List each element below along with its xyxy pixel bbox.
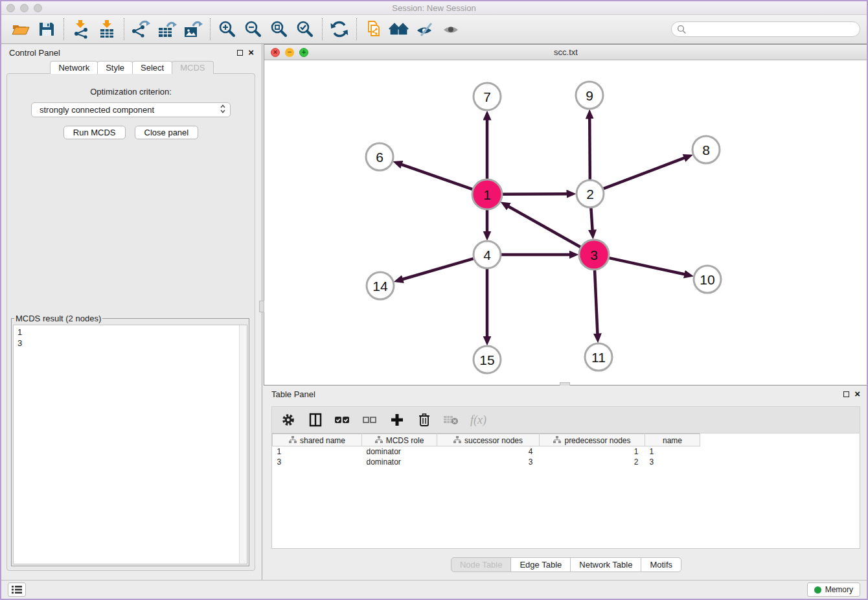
zoom-out-button[interactable] xyxy=(240,17,266,41)
tab-mcds[interactable]: MCDS xyxy=(172,61,213,74)
network-canvas[interactable]: 1234678910111415 xyxy=(264,60,867,385)
table-cell[interactable]: 3 xyxy=(437,457,540,467)
close-panel-button[interactable]: Close panel xyxy=(135,126,199,139)
new-network-from-selection-button[interactable] xyxy=(361,17,387,41)
minimize-network-icon[interactable]: − xyxy=(285,48,294,57)
table-settings-button[interactable] xyxy=(280,411,297,428)
export-image-button[interactable] xyxy=(180,17,206,41)
delete-table-button[interactable] xyxy=(443,411,460,428)
column-type-icon xyxy=(289,436,297,443)
graph-edge-2-3[interactable] xyxy=(591,208,592,231)
float-table-panel-icon[interactable] xyxy=(843,391,849,397)
graph-node-11[interactable]: 11 xyxy=(585,343,612,371)
graph-node-10[interactable]: 10 xyxy=(694,266,721,293)
table-cell[interactable]: dominator xyxy=(362,446,437,457)
show-all-button[interactable] xyxy=(439,17,464,41)
table-cell[interactable]: dominator xyxy=(362,457,437,467)
graph-node-3[interactable]: 3 xyxy=(579,240,609,270)
close-table-panel-icon[interactable]: × xyxy=(854,391,860,397)
table-cell[interactable]: 1 xyxy=(273,446,362,457)
network-graph[interactable]: 1234678910111415 xyxy=(264,60,867,385)
column-header-predecessor-nodes[interactable]: predecessor nodes xyxy=(540,434,645,446)
criterion-select[interactable]: strongly connected component xyxy=(31,102,231,117)
create-column-button[interactable] xyxy=(389,411,405,428)
table-cell[interactable]: 2 xyxy=(540,457,645,467)
column-header-successor-nodes[interactable]: successor nodes xyxy=(437,434,540,446)
result-scrollbar[interactable] xyxy=(239,325,247,564)
graph-node-2[interactable]: 2 xyxy=(577,180,604,207)
table-cell[interactable]: 1 xyxy=(645,446,700,457)
close-panel-icon[interactable]: × xyxy=(248,49,254,56)
plus-icon xyxy=(390,413,404,427)
zoom-in-button[interactable] xyxy=(214,17,240,41)
graph-node-label: 14 xyxy=(372,279,388,294)
graph-edge-1-6[interactable] xyxy=(401,165,472,190)
graph-node-4[interactable]: 4 xyxy=(474,241,501,268)
table-row[interactable]: 1dominator411 xyxy=(273,446,700,457)
graph-node-7[interactable]: 7 xyxy=(474,83,501,110)
open-folder-icon xyxy=(11,20,30,38)
tab-network[interactable]: Network xyxy=(50,61,98,74)
graph-edge-3-10[interactable] xyxy=(609,258,685,274)
zoom-selected-button[interactable] xyxy=(292,17,318,41)
graph-edge-4-14[interactable] xyxy=(402,259,474,279)
graph-edge-3-11[interactable] xyxy=(595,270,597,334)
graph-node-9[interactable]: 9 xyxy=(576,82,603,109)
apply-layout-button[interactable] xyxy=(326,17,352,41)
search-input[interactable] xyxy=(687,25,854,34)
main-toolbar xyxy=(1,15,867,44)
delete-column-button[interactable] xyxy=(416,411,433,428)
tab-edge-table[interactable]: Edge Table xyxy=(510,557,571,572)
task-history-button[interactable] xyxy=(8,583,26,597)
import-table-icon xyxy=(97,19,117,39)
graph-edge-2-8[interactable] xyxy=(604,157,685,189)
tab-style[interactable]: Style xyxy=(97,61,133,74)
zoom-fit-button[interactable] xyxy=(266,17,292,41)
graph-node-14[interactable]: 14 xyxy=(367,272,394,299)
export-table-button[interactable] xyxy=(154,17,180,41)
select-all-button[interactable] xyxy=(334,411,351,428)
maximize-network-icon[interactable]: + xyxy=(299,48,308,57)
run-mcds-button[interactable]: Run MCDS xyxy=(63,126,126,139)
graph-edge-2-9[interactable] xyxy=(589,118,590,179)
column-header-shared-name[interactable]: shared name xyxy=(273,434,362,446)
graph-node-8[interactable]: 8 xyxy=(692,136,720,163)
graph-node-1[interactable]: 1 xyxy=(472,179,502,209)
import-table-button[interactable] xyxy=(94,17,120,41)
graph-edge-3-1[interactable] xyxy=(508,206,580,247)
vertical-splitter-grip[interactable] xyxy=(259,301,264,312)
function-builder-button[interactable]: f(x) xyxy=(470,413,486,427)
table-cell[interactable]: 4 xyxy=(437,446,540,457)
save-session-button[interactable] xyxy=(34,17,60,41)
table-cell[interactable]: 1 xyxy=(540,446,645,457)
open-file-button[interactable] xyxy=(8,17,34,41)
tab-select[interactable]: Select xyxy=(132,61,172,74)
graph-edge-1-2[interactable] xyxy=(503,194,567,194)
search-box[interactable] xyxy=(671,21,860,37)
deselect-all-button[interactable] xyxy=(361,411,378,428)
close-network-icon[interactable]: × xyxy=(271,48,280,57)
tab-network-table[interactable]: Network Table xyxy=(570,557,641,572)
first-neighbors-button[interactable] xyxy=(387,17,413,41)
unchecked-boxes-icon xyxy=(363,415,377,424)
memory-button[interactable]: Memory xyxy=(807,583,860,597)
graph-node-15[interactable]: 15 xyxy=(474,346,501,373)
graph-node-label: 9 xyxy=(586,88,593,103)
tab-node-table[interactable]: Node Table xyxy=(451,557,512,572)
mcds-result-area[interactable]: 1 3 xyxy=(13,325,247,564)
export-network-button[interactable] xyxy=(128,17,154,41)
show-columns-button[interactable] xyxy=(307,411,324,428)
tab-motifs[interactable]: Motifs xyxy=(641,557,681,572)
network-window-titlebar[interactable]: × − + scc.txt xyxy=(264,45,867,60)
import-network-button[interactable] xyxy=(68,17,94,41)
hide-selected-button[interactable] xyxy=(413,17,439,41)
mcds-panel: Optimization criterion: strongly connect… xyxy=(6,73,255,571)
memory-label: Memory xyxy=(825,585,853,594)
column-header-MCDS-role[interactable]: MCDS role xyxy=(362,434,437,446)
float-panel-icon[interactable] xyxy=(237,50,243,56)
column-header-name[interactable]: name xyxy=(645,434,700,446)
table-cell[interactable]: 3 xyxy=(273,457,362,467)
table-row[interactable]: 3dominator323 xyxy=(273,457,700,467)
table-cell[interactable]: 3 xyxy=(645,457,700,467)
graph-node-6[interactable]: 6 xyxy=(366,143,393,170)
